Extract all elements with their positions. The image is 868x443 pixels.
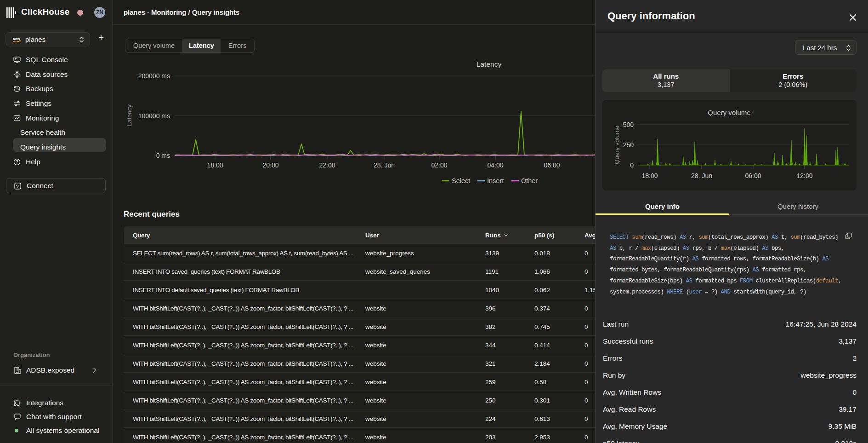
svg-text:Select: Select (452, 177, 470, 184)
svg-text:06:00: 06:00 (544, 161, 560, 169)
svg-text:28. Jun: 28. Jun (374, 161, 395, 169)
svg-text:06:00: 06:00 (745, 172, 761, 179)
svg-text:04:00: 04:00 (487, 161, 503, 169)
svg-text:100000 ms: 100000 ms (138, 112, 170, 120)
svg-text:aws: aws (13, 37, 20, 41)
svg-text:0: 0 (630, 161, 634, 169)
svg-text:18:00: 18:00 (641, 172, 658, 179)
svg-text:Other: Other (521, 177, 538, 184)
svg-text:Latency: Latency (126, 104, 133, 127)
svg-text:20:00: 20:00 (262, 161, 278, 169)
svg-text:250: 250 (623, 141, 634, 149)
svg-text:22:00: 22:00 (319, 161, 335, 169)
svg-text:0 ms: 0 ms (156, 152, 170, 159)
svg-text:Query volume: Query volume (708, 109, 750, 116)
svg-text:Query volume: Query volume (613, 126, 620, 164)
svg-text:Latency: Latency (477, 60, 502, 68)
svg-text:02:00: 02:00 (431, 161, 447, 169)
svg-text:28. Jun: 28. Jun (691, 172, 712, 179)
svg-text:Insert: Insert (487, 177, 504, 184)
svg-text:12:00: 12:00 (796, 172, 812, 179)
svg-text:500: 500 (623, 121, 634, 128)
svg-text:18:00: 18:00 (207, 161, 223, 169)
svg-text:200000 ms: 200000 ms (138, 72, 170, 80)
